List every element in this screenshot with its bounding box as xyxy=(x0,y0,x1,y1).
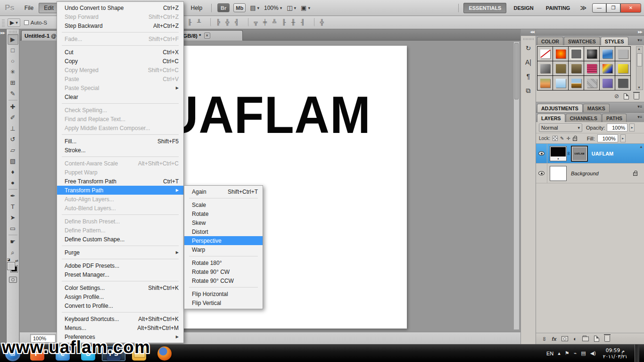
arrange-documents-button[interactable]: ◫▾ xyxy=(287,4,296,11)
tool-button[interactable]: ▱ xyxy=(8,145,18,156)
tool-button[interactable]: ✐ xyxy=(8,112,18,123)
menu-item[interactable]: Free Transform Path Ctrl+T ▶ xyxy=(57,177,183,186)
vertical-scrollbar[interactable] xyxy=(513,41,520,330)
menu-item[interactable]: Cut Ctrl+X ▶ xyxy=(57,48,183,57)
panel-menu-icon[interactable]: ▾≡ xyxy=(637,115,642,119)
layer-mask-thumbnail[interactable]: UAFLAM xyxy=(572,147,587,161)
align-button[interactable]: ╦ xyxy=(248,18,260,26)
tool-button[interactable]: ▧ xyxy=(8,156,18,166)
layer-thumbnail[interactable] xyxy=(550,166,566,181)
workspace-button[interactable]: ESSENTIALS xyxy=(463,3,506,13)
lock-position-icon[interactable]: ✛ xyxy=(566,136,570,141)
workspace-button[interactable]: PAINTING xyxy=(541,3,576,13)
menu-item[interactable]: Apply Middle Eastern Composer... ▶ xyxy=(57,123,183,132)
submenu-item[interactable]: Scale ▶ xyxy=(184,200,263,209)
panel-menu-icon[interactable]: ▾≡ xyxy=(637,38,642,42)
style-swatch-cell[interactable] xyxy=(615,47,631,61)
fill-field[interactable]: 100% xyxy=(597,134,618,142)
collapse-panels-icon[interactable]: ▶▶ xyxy=(536,29,644,36)
scroll-down-icon[interactable]: ▼ xyxy=(637,86,641,89)
align-button[interactable]: ╬ xyxy=(223,18,232,26)
align-button[interactable]: ╫ xyxy=(289,18,298,26)
menu-item[interactable]: Assign Profile... ▶ xyxy=(57,292,183,301)
menu-item[interactable]: ▶ xyxy=(57,279,183,283)
workspace-button[interactable]: DESIGN xyxy=(508,3,538,13)
new-adjustment-layer-icon[interactable]: ◐ xyxy=(573,336,577,342)
panel-tab[interactable]: PATHS xyxy=(602,114,627,122)
menu-item[interactable]: Copy Ctrl+C ▶ xyxy=(57,57,183,66)
submenu-item[interactable]: Rotate 90° CCW ▶ xyxy=(184,276,263,285)
style-swatch-cell[interactable] xyxy=(537,76,553,90)
drag-grip[interactable] xyxy=(523,38,534,40)
layer-name[interactable]: Background xyxy=(571,171,633,176)
menu-item[interactable]: Auto-Align Layers... ▶ xyxy=(57,195,183,204)
style-swatch-cell[interactable] xyxy=(569,76,584,90)
tool-button[interactable]: ● xyxy=(8,177,18,188)
scroll-up-icon[interactable]: ▲ xyxy=(639,145,643,149)
view-extras-button[interactable]: ▤▾ xyxy=(250,4,259,11)
align-button[interactable]: ╪ xyxy=(260,18,270,26)
layer-thumbnail[interactable] xyxy=(550,147,566,161)
menu-item[interactable]: Fade... Shift+Ctrl+F ▶ xyxy=(57,34,183,43)
taskbar-app-button[interactable] xyxy=(153,346,176,361)
new-style-icon[interactable] xyxy=(624,93,629,99)
menu-item[interactable]: Color Settings... Shift+Ctrl+K ▶ xyxy=(57,283,183,292)
opacity-spinner-icon[interactable]: ▸ xyxy=(629,123,635,132)
drag-grip[interactable] xyxy=(2,18,5,27)
menu-item[interactable]: Define Pattern... ▶ xyxy=(57,226,183,235)
tool-button[interactable]: T xyxy=(8,201,18,212)
color-chips[interactable]: ◪ ⇄ xyxy=(7,260,18,272)
menu-item[interactable]: ▶ xyxy=(57,310,183,314)
style-swatch-cell[interactable] xyxy=(584,76,600,90)
align-button[interactable]: ╣ xyxy=(232,18,241,26)
menu-item[interactable]: ▶ xyxy=(57,132,183,137)
menu-item[interactable]: Check Spelling... ▶ xyxy=(57,106,183,115)
style-swatch-cell[interactable] xyxy=(615,76,631,90)
menu-file[interactable]: File xyxy=(19,3,39,13)
menu-item[interactable]: Paste Ctrl+V ▶ xyxy=(57,74,183,83)
menu-item[interactable]: Menus... Alt+Shift+Ctrl+M ▶ xyxy=(57,323,183,332)
restore-button[interactable]: ❐ xyxy=(606,3,620,13)
tool-button[interactable] xyxy=(8,189,17,189)
submenu-item[interactable]: Warp ▶ xyxy=(184,245,263,254)
opacity-field[interactable]: 100% xyxy=(607,123,627,132)
style-swatch-cell[interactable] xyxy=(553,61,569,76)
panel-tab[interactable]: SWATCHES xyxy=(564,37,600,45)
align-button[interactable]: ╟ xyxy=(185,18,194,26)
tool-button[interactable]: ○ xyxy=(8,56,18,66)
submenu-item[interactable]: Flip Horizontal ▶ xyxy=(184,289,263,298)
tool-button[interactable]: ⊞ xyxy=(8,77,18,88)
menu-item[interactable]: Adobe PDF Presets... ▶ xyxy=(57,261,183,270)
new-group-icon[interactable] xyxy=(582,337,589,341)
expand-dock-icon[interactable]: ▶▶ xyxy=(0,29,6,37)
scrollbar-thumb[interactable] xyxy=(514,43,519,99)
panel-icon-button[interactable]: ↻ xyxy=(522,42,535,54)
menu-item[interactable]: Find and Replace Text... ▶ xyxy=(57,115,183,123)
mask-link-icon[interactable]: ∞ xyxy=(566,152,572,156)
tray-icon[interactable]: ▴ xyxy=(558,350,561,356)
panel-tab[interactable]: COLOR xyxy=(537,37,563,45)
menu-item[interactable]: Preset Manager... ▶ xyxy=(57,270,183,279)
lock-pixels-icon[interactable]: ✎ xyxy=(560,136,564,141)
show-desktop-button[interactable] xyxy=(635,345,639,362)
panel-icon-button[interactable]: ⧉ xyxy=(522,84,535,97)
menu-item[interactable]: ▶ xyxy=(57,244,183,248)
menu-item[interactable]: Transform Path ▶ xyxy=(57,186,183,195)
tray-icon[interactable]: ▤ xyxy=(581,350,586,356)
auto-select-checkbox[interactable] xyxy=(24,20,29,25)
menu-item[interactable]: Puppet Warp ▶ xyxy=(57,168,183,177)
layer-name[interactable]: UAFLAM xyxy=(592,151,644,156)
menu-item[interactable]: Step Forward Shift+Ctrl+Z ▶ xyxy=(57,12,183,21)
submenu-item[interactable]: Rotate 90° CW ▶ xyxy=(184,267,263,276)
submenu-item[interactable]: Distort ▶ xyxy=(184,227,263,236)
style-swatch-cell[interactable] xyxy=(584,47,600,61)
menu-item[interactable]: Content-Aware Scale Alt+Shift+Ctrl+C ▶ xyxy=(57,159,183,168)
submenu-item[interactable]: Perspective ▶ xyxy=(184,236,263,245)
tool-button[interactable]: ✎ xyxy=(8,88,18,99)
style-swatch-cell[interactable] xyxy=(569,47,584,61)
menu-item[interactable]: Fill... Shift+F5 ▶ xyxy=(57,137,183,146)
panel-icon-button[interactable]: A| xyxy=(522,56,535,68)
submenu-item[interactable]: Rotate 180° ▶ xyxy=(184,258,263,267)
style-swatch-cell[interactable] xyxy=(615,61,631,76)
submenu-item[interactable]: ▶ xyxy=(184,285,263,289)
